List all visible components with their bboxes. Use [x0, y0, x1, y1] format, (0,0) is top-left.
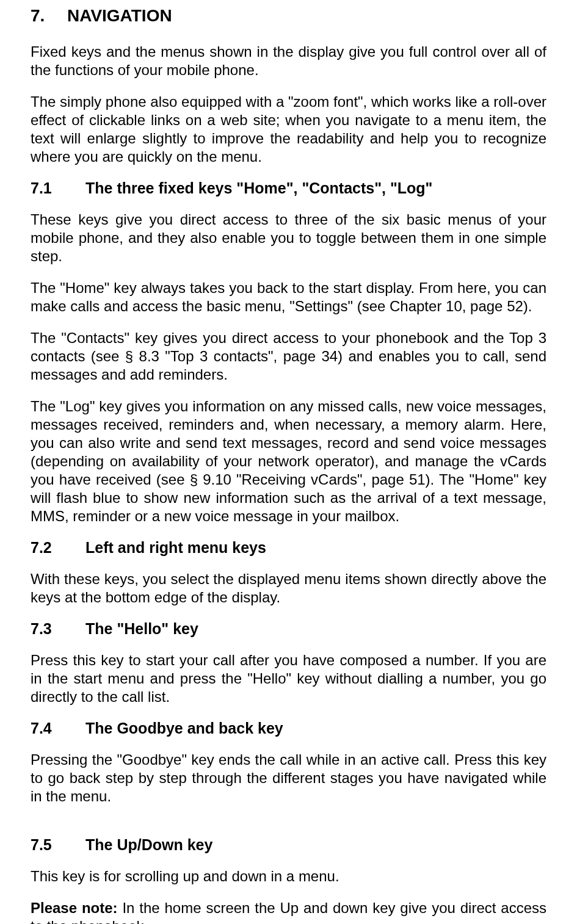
section-7-2-para-1: With these keys, you select the displaye… — [31, 570, 546, 607]
heading-title: Left and right menu keys — [85, 539, 266, 556]
section-7-4-heading: 7.4The Goodbye and back key — [31, 720, 546, 737]
heading-title: The "Hello" key — [85, 620, 198, 637]
heading-number: 7.2 — [31, 539, 85, 557]
document-page: 7.NAVIGATION Fixed keys and the menus sh… — [0, 0, 577, 924]
heading-number: 7.5 — [31, 836, 85, 854]
section-7-1-para-2: The "Home" key always takes you back to … — [31, 279, 546, 316]
note-label: Please note: — [31, 900, 118, 916]
heading-number: 7.1 — [31, 179, 85, 197]
heading-number: 7.4 — [31, 720, 85, 737]
section-7-heading: 7.NAVIGATION — [31, 6, 546, 26]
section-7-3-heading: 7.3The "Hello" key — [31, 620, 546, 638]
section-7-5-note: Please note: In the home screen the Up a… — [31, 899, 546, 924]
heading-number: 7.3 — [31, 620, 85, 638]
section-7-1-para-4: The "Log" key gives you information on a… — [31, 397, 546, 525]
section-7-4-para-1: Pressing the "Goodbye" key ends the call… — [31, 751, 546, 806]
heading-rest: AVIGATION — [79, 6, 172, 25]
heading-title: The Up/Down key — [85, 836, 212, 853]
section-7-1-heading: 7.1The three fixed keys "Home", "Contact… — [31, 179, 546, 197]
section-7-2-heading: 7.2Left and right menu keys — [31, 539, 546, 557]
section-7-para-2: The simply phone also equipped with a "z… — [31, 93, 546, 166]
heading-initial: N — [67, 6, 79, 25]
section-7-5-heading: 7.5The Up/Down key — [31, 836, 546, 854]
heading-title: The three fixed keys "Home", "Contacts",… — [85, 179, 432, 197]
section-7-1-para-3: The "Contacts" key gives you direct acce… — [31, 329, 546, 384]
section-7-3-para-1: Press this key to start your call after … — [31, 651, 546, 706]
heading-number: 7. — [31, 6, 67, 26]
section-7-5-para-1: This key is for scrolling up and down in… — [31, 867, 546, 886]
section-7-1-para-1: These keys give you direct access to thr… — [31, 211, 546, 265]
section-7-para-1: Fixed keys and the menus shown in the di… — [31, 43, 546, 79]
heading-title: The Goodbye and back key — [85, 720, 283, 737]
